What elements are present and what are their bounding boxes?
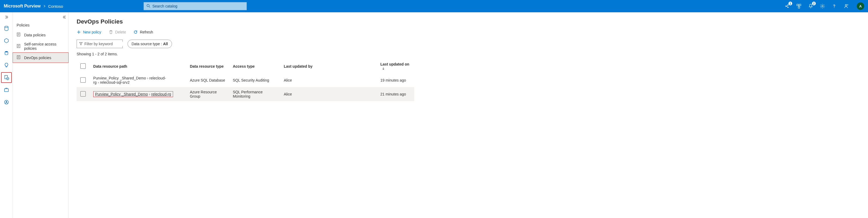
path-segment[interactable]: Purview_Policy _Shared_Demo xyxy=(95,92,148,96)
rail-item-privacy[interactable] xyxy=(2,97,11,107)
chevron-right-icon: › xyxy=(98,80,99,84)
cell-updated-by: Alice xyxy=(280,73,377,87)
svg-line-1 xyxy=(149,6,150,7)
cell-updated-by: Alice xyxy=(280,87,377,101)
svg-marker-12 xyxy=(4,38,8,43)
svg-point-9 xyxy=(834,7,835,8)
page-title: DevOps Policies xyxy=(76,18,860,25)
gear-icon[interactable] xyxy=(820,3,825,9)
rail-item-data-catalog[interactable] xyxy=(2,24,11,33)
svg-point-19 xyxy=(6,101,7,103)
col-header-updated-by[interactable]: Last updated by xyxy=(280,60,377,73)
sidebar-item-label: Data policies xyxy=(24,33,45,37)
avatar[interactable]: A xyxy=(857,2,864,10)
topbar: Microsoft Purview Contoso 1 2 xyxy=(0,0,868,12)
data-source-type-pill[interactable]: Data source type : All xyxy=(127,40,172,48)
svg-point-3 xyxy=(787,7,788,8)
feedback-icon[interactable] xyxy=(843,3,849,9)
chevron-right-icon xyxy=(43,5,45,8)
cell-data-resource-type: Azure Resource Group xyxy=(186,87,229,101)
col-header-access[interactable]: Access type xyxy=(229,60,280,73)
svg-point-10 xyxy=(845,5,847,6)
sidebar-item-data-policies[interactable]: Data policies xyxy=(13,30,68,40)
sidebar-item-label: Self-service access policies xyxy=(24,42,65,50)
cell-access-type: SQL Security Auditing xyxy=(229,73,280,87)
svg-rect-15 xyxy=(5,75,7,79)
sidebar-item-self-service-access-policies[interactable]: Self-service access policies xyxy=(13,40,68,53)
svg-rect-14 xyxy=(6,67,7,67)
table-row[interactable]: Purview_Policy _Shared_Demo›relecloud-rg… xyxy=(76,87,414,101)
search-icon xyxy=(147,4,150,8)
svg-point-16 xyxy=(6,77,9,80)
policy-list-icon xyxy=(17,44,22,49)
breadcrumb-tenant[interactable]: Contoso xyxy=(48,4,63,8)
expand-rail-button[interactable] xyxy=(3,13,10,21)
share-icon[interactable]: 1 xyxy=(784,3,790,9)
rail-item-management[interactable] xyxy=(2,85,11,95)
rail-item-data-estate[interactable] xyxy=(2,48,11,58)
workflow-icon[interactable] xyxy=(796,3,802,9)
svg-rect-17 xyxy=(4,88,8,92)
col-header-updated-on[interactable]: Last updated on xyxy=(377,60,414,73)
select-all-checkbox[interactable] xyxy=(81,63,86,69)
delete-label: Delete xyxy=(115,30,126,34)
policies-table: Data resource path Data resource type Ac… xyxy=(76,60,414,101)
svg-point-8 xyxy=(822,5,823,7)
row-checkbox[interactable] xyxy=(81,77,86,83)
left-rail xyxy=(0,12,13,218)
cell-updated-on: 21 minutes ago xyxy=(377,87,414,101)
filter-keyword-input[interactable] xyxy=(84,42,131,46)
svg-rect-5 xyxy=(797,4,799,6)
svg-point-2 xyxy=(787,5,788,6)
table-header-row: Data resource path Data resource type Ac… xyxy=(76,60,414,73)
command-bar: New policy Delete Refresh xyxy=(76,29,860,38)
new-policy-label: New policy xyxy=(83,30,101,34)
sidebar-item-label: DevOps policies xyxy=(24,56,51,60)
sidebar-item-devops-policies[interactable]: DevOps policies xyxy=(13,53,68,63)
policy-list-icon xyxy=(17,32,22,38)
search-box[interactable] xyxy=(144,2,247,10)
path-segment[interactable]: relecloud-rg xyxy=(151,92,171,96)
topbar-actions: 1 2 xyxy=(784,3,849,9)
row-checkbox[interactable] xyxy=(81,91,86,97)
rail-item-data-map[interactable] xyxy=(2,36,11,45)
app-title[interactable]: Microsoft Purview xyxy=(4,4,41,8)
highlighted-path-box: Purview_Policy _Shared_Demo›relecloud-rg xyxy=(93,91,173,97)
filter-row: Data source type : All xyxy=(76,40,860,48)
filter-keyword-box[interactable] xyxy=(76,40,123,48)
new-policy-button[interactable]: New policy xyxy=(76,30,101,34)
rail-item-policies[interactable] xyxy=(2,73,11,82)
svg-rect-7 xyxy=(798,7,800,8)
cell-access-type: SQL Performance Monitoring xyxy=(229,87,280,101)
bell-icon[interactable]: 2 xyxy=(808,3,813,9)
cell-data-resource-type: Azure SQL Database xyxy=(186,73,229,87)
sort-desc-icon xyxy=(382,66,385,71)
svg-point-13 xyxy=(5,51,8,52)
pill-prefix: Data source type : xyxy=(131,42,162,46)
svg-point-0 xyxy=(147,4,149,7)
refresh-label: Refresh xyxy=(140,30,153,34)
sidebar-section-title: Policies xyxy=(13,21,68,30)
col-header-path[interactable]: Data resource path xyxy=(90,60,186,73)
policy-list-icon xyxy=(17,55,22,61)
chevron-right-icon: › xyxy=(149,92,150,96)
col-header-type[interactable]: Data resource type xyxy=(186,60,229,73)
result-count: Showing 1 - 2 of 2 items. xyxy=(76,52,860,56)
svg-point-11 xyxy=(5,26,8,28)
svg-rect-6 xyxy=(799,4,801,6)
cell-data-resource-path[interactable]: Purview_Policy _Shared_Demo›relecloud-rg xyxy=(90,87,186,101)
path-segment[interactable]: relecloud-sql-srv2 xyxy=(100,80,129,84)
path-segment[interactable]: Purview_Policy _Shared_Demo xyxy=(93,76,146,80)
refresh-button[interactable]: Refresh xyxy=(133,30,153,34)
table-row[interactable]: Purview_Policy _Shared_Demo›relecloud-rg… xyxy=(76,73,414,87)
avatar-initial: A xyxy=(859,4,862,8)
bell-badge: 2 xyxy=(812,2,816,5)
cell-updated-on: 19 minutes ago xyxy=(377,73,414,87)
delete-button: Delete xyxy=(109,30,126,34)
collapse-panel-button[interactable] xyxy=(61,13,68,21)
rail-item-insights[interactable] xyxy=(2,61,11,70)
sidepanel: Policies Data policiesSelf-service acces… xyxy=(13,12,69,218)
search-input[interactable] xyxy=(152,4,244,8)
help-icon[interactable] xyxy=(832,3,837,9)
cell-data-resource-path[interactable]: Purview_Policy _Shared_Demo›relecloud-rg… xyxy=(90,73,186,87)
